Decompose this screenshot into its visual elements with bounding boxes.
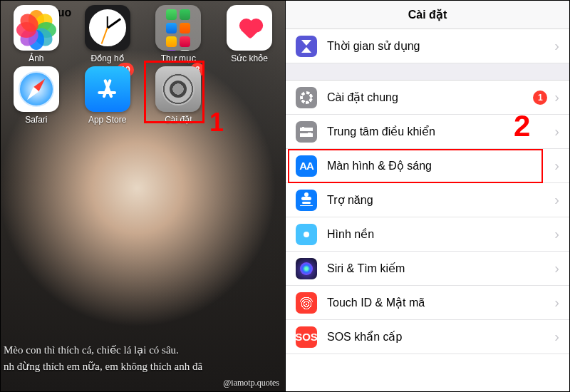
safari-icon — [14, 66, 59, 112]
cell-label: Siri & Tìm kiếm — [327, 262, 554, 275]
cell-label: Thời gian sử dụng — [327, 39, 554, 53]
tutorial-composite: quo Ảnh — [0, 0, 570, 392]
chevron-right-icon: › — [554, 89, 559, 105]
wallpaper-caption: Mèo con thì thích cá, chiếc lá lại có sâ… — [1, 342, 285, 374]
app-folder[interactable]: Thư mục — [146, 5, 210, 63]
chevron-right-icon: › — [554, 123, 559, 140]
app-label: App Store — [88, 115, 126, 125]
gear-icon — [296, 87, 317, 108]
home-screen: quo Ảnh — [1, 1, 286, 391]
app-label: Safari — [25, 115, 47, 125]
cell-sos[interactable]: SOS SOS khẩn cấp › — [286, 320, 569, 354]
cell-touchid[interactable]: Touch ID & Mật mã › — [286, 286, 569, 320]
switches-icon — [296, 121, 317, 143]
chevron-right-icon: › — [554, 192, 559, 208]
caption-line: nh đừng thích em nữa, em không thích anh… — [4, 361, 202, 372]
appstore-icon — [85, 66, 130, 112]
cell-accessibility[interactable]: Trợ năng › — [286, 183, 569, 217]
cell-label: Hình nền — [327, 227, 554, 241]
wallpaper-icon — [296, 224, 317, 245]
home-row-1: Ảnh Đồng hồ — [1, 5, 285, 63]
group-separator — [286, 63, 569, 81]
app-label: Sức khỏe — [231, 53, 268, 63]
app-clock[interactable]: Đồng hồ — [76, 5, 140, 63]
app-appstore[interactable]: 10 App Store — [76, 66, 140, 125]
cell-label: Trợ năng — [327, 193, 554, 207]
annotation-label-2: 2 — [514, 109, 530, 143]
cell-label: Touch ID & Mật mã — [327, 296, 554, 309]
navbar-title: Cài đặt — [408, 8, 447, 21]
chevron-right-icon: › — [554, 158, 559, 174]
health-icon — [227, 5, 272, 51]
app-label: Đồng hồ — [91, 53, 124, 63]
notification-badge: 1 — [533, 91, 547, 105]
home-row-2: Safari 10 App Store 3 Cài đặt — [1, 66, 285, 125]
folder-icon — [155, 5, 201, 51]
wallpaper-credit: @iamotp.quotes — [223, 378, 279, 388]
cell-siri[interactable]: Siri & Tìm kiếm › — [286, 252, 569, 286]
photos-icon — [14, 5, 59, 51]
navbar: Cài đặt — [286, 1, 569, 29]
annotation-box-1 — [144, 61, 204, 123]
app-health[interactable]: Sức khỏe — [217, 5, 281, 63]
cell-label: Cài đặt chung — [327, 91, 533, 104]
caption-line: Mèo con thì thích cá, chiếc lá lại có sâ… — [4, 344, 179, 356]
clock-icon — [85, 5, 130, 51]
annotation-box-2 — [288, 149, 543, 183]
chevron-right-icon: › — [554, 38, 559, 54]
sos-icon: SOS — [296, 326, 317, 348]
chevron-right-icon: › — [554, 329, 559, 345]
fingerprint-icon — [296, 292, 317, 314]
settings-list[interactable]: Thời gian sử dụng › Cài đặt chung 1 › Tr… — [286, 29, 569, 354]
cell-screentime[interactable]: Thời gian sử dụng › — [286, 29, 569, 63]
chevron-right-icon: › — [554, 294, 559, 311]
settings-screen: Cài đặt Thời gian sử dụng › Cài đặt chun… — [286, 1, 569, 391]
hourglass-icon — [296, 36, 317, 57]
chevron-right-icon: › — [554, 260, 559, 277]
cell-label: SOS khẩn cấp — [327, 330, 554, 344]
accessibility-icon — [296, 190, 317, 211]
chevron-right-icon: › — [554, 226, 559, 242]
siri-icon — [296, 258, 317, 279]
app-safari[interactable]: Safari — [4, 66, 68, 125]
app-photos[interactable]: Ảnh — [4, 5, 68, 63]
app-label: Ảnh — [28, 53, 43, 63]
cell-wallpaper[interactable]: Hình nền › — [286, 217, 569, 252]
annotation-label-1: 1 — [209, 108, 224, 138]
